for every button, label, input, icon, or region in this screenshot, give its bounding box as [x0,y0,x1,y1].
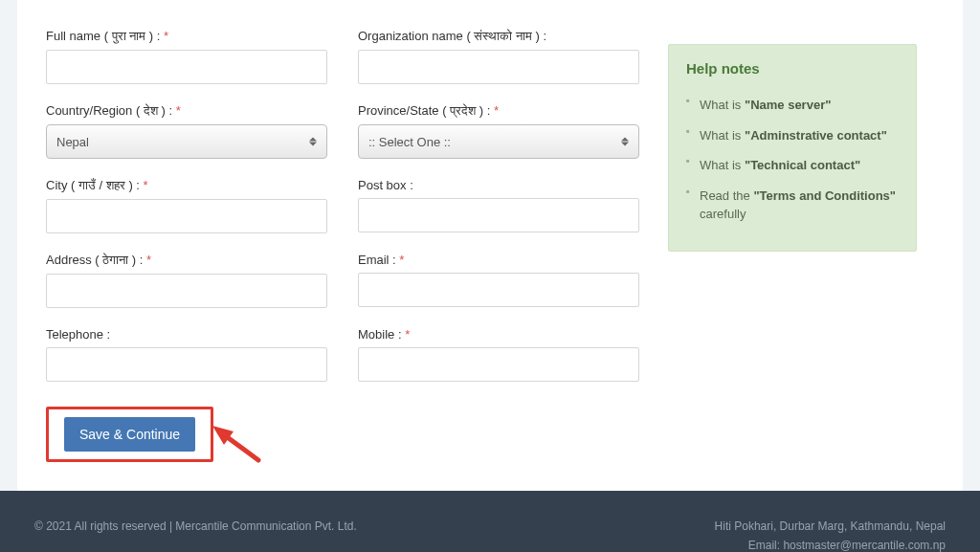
form-section: Full name ( पुरा नाम ) : * Organization … [46,29,639,462]
city-input[interactable] [46,199,327,233]
footer-contact: Hiti Pokhari, Durbar Marg, Kathmandu, Ne… [715,519,946,552]
help-list: What is "Name server" What is "Adminstra… [686,90,899,230]
country-select[interactable]: Nepal [46,124,327,159]
help-item[interactable]: Read the "Terms and Conditions" carefull… [686,181,899,230]
fullname-input[interactable] [46,50,327,84]
email-input[interactable] [358,273,639,307]
required-marker: * [164,29,168,43]
city-label: City ( गाउँ / शहर ) : * [46,178,327,193]
help-item[interactable]: What is "Name server" [686,90,899,121]
help-card: Help notes What is "Name server" What is… [668,44,917,252]
help-item[interactable]: What is "Adminstrative contact" [686,121,899,151]
svg-line-0 [222,433,258,460]
postbox-input[interactable] [358,198,639,232]
footer-email: Email: hostmaster@mercantile.com.np [715,539,946,552]
required-marker: * [405,327,410,342]
province-field: Province/State ( प्रदेश ) : * :: Select … [358,103,639,159]
required-marker: * [399,253,404,267]
sidebar: Help notes What is "Name server" What is… [668,29,917,462]
telephone-field: Telephone : [46,327,327,382]
fullname-label: Full name ( पुरा नाम ) : * [46,29,327,44]
country-label: Country/Region ( देश ) : * [46,103,327,119]
email-field: Email : * [358,253,639,308]
help-item[interactable]: What is "Technical contact" [686,150,899,181]
postbox-label: Post box : [358,178,639,192]
required-marker: * [176,103,181,118]
mobile-label: Mobile : * [358,327,639,342]
province-selected: :: Select One :: [368,135,451,149]
org-label: Organization name ( संस्थाको नाम ) : [358,29,639,44]
address-label: Address ( ठेगाना ) : * [46,253,327,268]
org-field: Organization name ( संस्थाको नाम ) : [358,29,639,84]
chevron-updown-icon [309,138,317,146]
mobile-input[interactable] [358,347,639,382]
address-input[interactable] [46,274,327,308]
save-continue-button[interactable]: Save & Continue [64,417,195,452]
mobile-field: Mobile : * [358,327,639,382]
city-field: City ( गाउँ / शहर ) : * [46,178,327,233]
email-label: Email : * [358,253,639,267]
footer: © 2021 All rights reserved | Mercantile … [0,491,980,552]
province-label: Province/State ( प्रदेश ) : * [358,103,639,119]
save-button-region: Save & Continue [46,407,213,462]
highlight-box: Save & Continue [46,407,213,462]
required-marker: * [494,103,499,118]
fullname-field: Full name ( पुरा नाम ) : * [46,29,327,84]
address-field: Address ( ठेगाना ) : * [46,253,327,308]
required-marker: * [144,178,148,192]
footer-copyright: © 2021 All rights reserved | Mercantile … [34,519,357,552]
telephone-input[interactable] [46,347,327,382]
country-field: Country/Region ( देश ) : * Nepal [46,103,327,159]
province-select[interactable]: :: Select One :: [358,124,639,159]
chevron-updown-icon [621,138,629,146]
required-marker: * [146,253,151,267]
postbox-field: Post box : [358,178,639,233]
arrow-icon [209,422,266,464]
help-title: Help notes [686,60,899,77]
org-input[interactable] [358,50,639,84]
telephone-label: Telephone : [46,327,327,342]
svg-marker-1 [212,426,234,445]
footer-address: Hiti Pokhari, Durbar Marg, Kathmandu, Ne… [715,519,946,533]
country-selected: Nepal [56,135,89,149]
